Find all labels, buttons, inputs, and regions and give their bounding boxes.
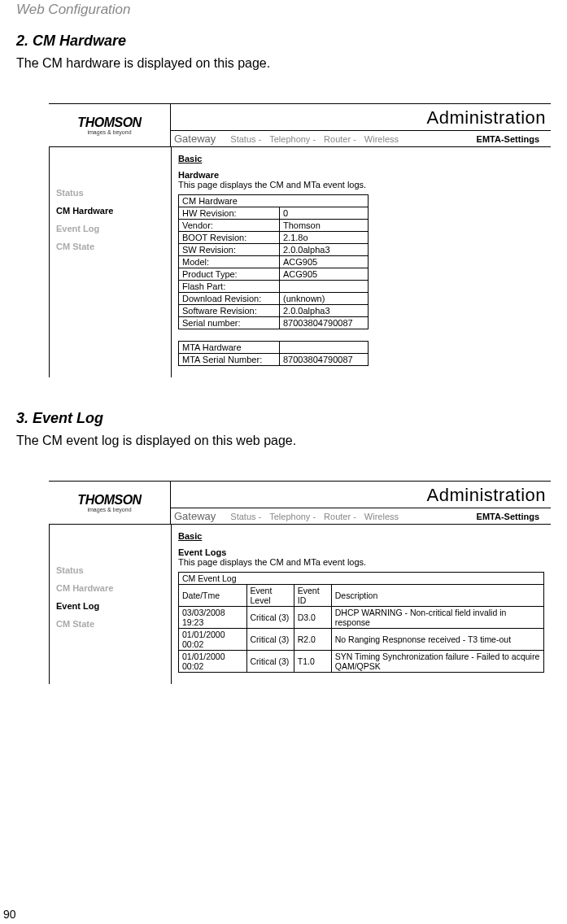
- nav-row: Gateway Status - Telephony - Router - Wi…: [171, 131, 551, 146]
- nav-status[interactable]: Status -: [230, 134, 261, 144]
- page-number: 90: [3, 908, 16, 921]
- table-row: Vendor:: [179, 220, 280, 232]
- nav-gateway[interactable]: Gateway: [174, 510, 216, 522]
- table-row: SYN Timing Synchronization failure - Fai…: [331, 651, 543, 673]
- logo-sub: images & beyond: [87, 507, 131, 512]
- sidebar-item-event-log[interactable]: Event Log: [56, 224, 164, 233]
- nav-router[interactable]: Router -: [324, 512, 356, 521]
- cm-hw-header: CM Hardware: [179, 195, 369, 207]
- section3-text: The CM event log is displayed on this we…: [16, 434, 551, 448]
- nav-status[interactable]: Status -: [230, 512, 261, 521]
- table-row: SW Revision:: [179, 244, 280, 256]
- nav-wireless[interactable]: Wireless: [364, 512, 399, 521]
- table-row: Software Revision:: [179, 305, 280, 317]
- mta-hw-header: MTA Hardware: [179, 342, 280, 354]
- nav-wireless[interactable]: Wireless: [364, 134, 399, 144]
- hardware-panel: THOMSON images & beyond Administration G…: [49, 103, 551, 377]
- nav-emta[interactable]: EMTA-Settings: [477, 134, 539, 144]
- table-row: Critical (3): [246, 607, 294, 629]
- admin-title: Administration: [171, 104, 551, 131]
- table-row: DHCP WARNING - Non-critical field invali…: [331, 607, 543, 629]
- table-row: 2.1.8o: [280, 232, 369, 244]
- panel-title: Hardware: [178, 170, 544, 180]
- sidebar-item-cm-hardware[interactable]: CM Hardware: [56, 583, 164, 593]
- table-row: ACG905: [280, 268, 369, 281]
- sidebar-item-event-log[interactable]: Event Log: [56, 601, 164, 611]
- table-row: 2.0.0alpha3: [280, 244, 369, 256]
- sidebar: Status CM Hardware Event Log CM State: [49, 525, 171, 684]
- col-event-id: Event ID: [294, 585, 331, 607]
- table-row: T1.0: [294, 651, 331, 673]
- nav-router[interactable]: Router -: [324, 134, 356, 144]
- logo: THOMSON images & beyond: [49, 482, 171, 524]
- section2-text: The CM hardware is displayed on this pag…: [16, 56, 551, 71]
- section3-heading: 3. Event Log: [16, 410, 551, 427]
- col-event-level: Event Level: [246, 585, 294, 607]
- sidebar: Status CM Hardware Event Log CM State: [49, 147, 171, 377]
- nav-telephony[interactable]: Telephony -: [269, 512, 316, 521]
- panel-desc: This page displays the CM and MTa event …: [178, 180, 544, 190]
- table-row: Model:: [179, 256, 280, 268]
- table-row: Serial number:: [179, 317, 280, 329]
- table-row: No Ranging Respnonse received - T3 time-…: [331, 629, 543, 651]
- sidebar-item-cm-state[interactable]: CM State: [56, 619, 164, 629]
- table-row: 01/01/2000 00:02: [179, 651, 247, 673]
- table-row: 03/03/2008 19:23: [179, 607, 247, 629]
- section2-heading: 2. CM Hardware: [16, 33, 551, 50]
- mta-hardware-table: MTA Hardware MTA Serial Number:870038047…: [178, 341, 369, 366]
- admin-title: Administration: [171, 482, 551, 508]
- panel-title: Event Logs: [178, 547, 544, 557]
- table-row: 01/01/2000 00:02: [179, 629, 247, 651]
- table-row: Critical (3): [246, 651, 294, 673]
- table-row: 87003804790087: [280, 317, 369, 329]
- table-row: 2.0.0alpha3: [280, 305, 369, 317]
- logo-main: THOMSON: [77, 116, 141, 130]
- table-row: 87003804790087: [280, 354, 369, 366]
- nav-emta[interactable]: EMTA-Settings: [477, 512, 539, 521]
- logo-main: THOMSON: [77, 493, 141, 508]
- basic-label: Basic: [178, 154, 544, 163]
- table-row: [280, 281, 369, 293]
- table-row: Flash Part:: [179, 281, 280, 293]
- col-description: Description: [331, 585, 543, 607]
- table-row: 0: [280, 207, 369, 220]
- ev-table-header: CM Event Log: [179, 573, 544, 585]
- sidebar-item-status[interactable]: Status: [56, 188, 164, 198]
- sidebar-item-cm-state[interactable]: CM State: [56, 242, 164, 251]
- table-row: BOOT Revision:: [179, 232, 280, 244]
- cm-hardware-table: CM Hardware HW Revision:0 Vendor:Thomson…: [178, 194, 369, 329]
- table-row: Thomson: [280, 220, 369, 232]
- table-row: D3.0: [294, 607, 331, 629]
- nav-row: Gateway Status - Telephony - Router - Wi…: [171, 508, 551, 524]
- eventlog-panel: THOMSON images & beyond Administration G…: [49, 481, 551, 684]
- table-row: R2.0: [294, 629, 331, 651]
- logo: THOMSON images & beyond: [49, 104, 171, 146]
- col-date: Date/Tme: [179, 585, 247, 607]
- logo-sub: images & beyond: [87, 129, 131, 135]
- table-row: MTA Serial Number:: [179, 354, 280, 366]
- sidebar-item-cm-hardware[interactable]: CM Hardware: [56, 206, 164, 216]
- content-area: Basic Hardware This page displays the CM…: [171, 147, 551, 377]
- table-row: Download Revision:: [179, 293, 280, 305]
- table-row: HW Revision:: [179, 207, 280, 220]
- nav-telephony[interactable]: Telephony -: [269, 134, 316, 144]
- panel-desc: This page displays the CM and MTa event …: [178, 557, 544, 567]
- sidebar-item-status[interactable]: Status: [56, 565, 164, 575]
- nav-gateway[interactable]: Gateway: [174, 133, 216, 145]
- page-header: Web Configuration: [16, 2, 551, 18]
- table-row: Product Type:: [179, 268, 280, 281]
- basic-label: Basic: [178, 531, 544, 541]
- content-area: Basic Event Logs This page displays the …: [171, 525, 551, 684]
- table-row: (unknown): [280, 293, 369, 305]
- table-row: [280, 342, 369, 354]
- cm-eventlog-table: CM Event Log Date/Tme Event Level Event …: [178, 572, 544, 673]
- table-row: Critical (3): [246, 629, 294, 651]
- table-row: ACG905: [280, 256, 369, 268]
